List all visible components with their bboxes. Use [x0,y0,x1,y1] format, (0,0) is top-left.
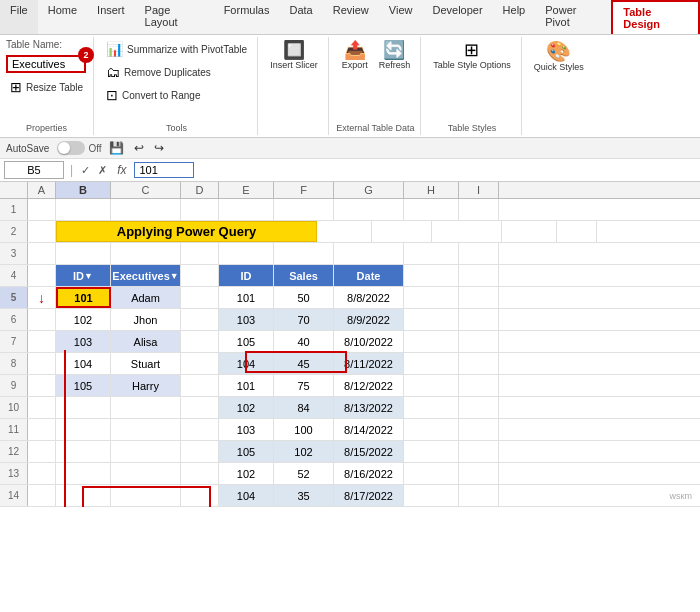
tab-table-design[interactable]: Table Design [611,0,700,34]
undo-btn[interactable]: ↩ [131,140,147,156]
cell-a9[interactable] [28,375,56,396]
convert-range-btn[interactable]: ⊡ Convert to Range [102,85,204,105]
tab-home[interactable]: Home [38,0,87,34]
cell-g1[interactable] [334,199,404,220]
cell-h14[interactable] [404,485,459,506]
cell-b6[interactable]: 102 [56,309,111,330]
cell-d13[interactable] [181,463,219,484]
cell-d12[interactable] [181,441,219,462]
cell-h7[interactable] [404,331,459,352]
col-h[interactable]: H [404,182,459,198]
tab-power-pivot[interactable]: Power Pivot [535,0,611,34]
tab-help[interactable]: Help [493,0,536,34]
tab-developer[interactable]: Developer [422,0,492,34]
col-b[interactable]: B [56,182,111,198]
cell-b3[interactable] [56,243,111,264]
cell-a12[interactable] [28,441,56,462]
tab-review[interactable]: Review [323,0,379,34]
table-name-input[interactable] [6,55,86,73]
cell-a3[interactable] [28,243,56,264]
cell-a10[interactable] [28,397,56,418]
cell-i8[interactable] [459,353,499,374]
header2-sales[interactable]: Sales [274,265,334,286]
cell-g2[interactable] [432,221,502,242]
col-i[interactable]: I [459,182,499,198]
cell-e2[interactable] [317,221,372,242]
cell-a4[interactable] [28,265,56,286]
cell-d7[interactable] [181,331,219,352]
cell-h3[interactable] [404,243,459,264]
cell-d14[interactable] [181,485,219,506]
cell-b13[interactable] [56,463,111,484]
save-btn[interactable]: 💾 [106,140,127,156]
cell-h1[interactable] [404,199,459,220]
cell-a11[interactable] [28,419,56,440]
cell-i4[interactable] [459,265,499,286]
cell-b8[interactable]: 104 [56,353,111,374]
cell-d11[interactable] [181,419,219,440]
quick-styles-btn[interactable]: 🎨 Quick Styles [530,39,588,74]
cell-h9[interactable] [404,375,459,396]
cell-d5[interactable] [181,287,219,308]
col-e[interactable]: E [219,182,274,198]
cell-a8[interactable] [28,353,56,374]
tab-file[interactable]: File [0,0,38,34]
cell-h10[interactable] [404,397,459,418]
cell-i6[interactable] [459,309,499,330]
cell-c12[interactable] [111,441,181,462]
cell-h5[interactable] [404,287,459,308]
cell-e3[interactable] [219,243,274,264]
header-executives[interactable]: Executives ▼ [111,265,181,286]
cell-i3[interactable] [459,243,499,264]
cell-c1[interactable] [111,199,181,220]
cell-d3[interactable] [181,243,219,264]
cell-f2[interactable] [372,221,432,242]
cell-i7[interactable] [459,331,499,352]
cell-f3[interactable] [274,243,334,264]
cell-c14[interactable] [111,485,181,506]
header2-id[interactable]: ID [219,265,274,286]
tab-page-layout[interactable]: Page Layout [135,0,214,34]
resize-table-btn[interactable]: ⊞ Resize Table [6,77,87,97]
cell-i11[interactable] [459,419,499,440]
remove-duplicates-btn[interactable]: 🗂 Remove Duplicates [102,62,215,82]
cell-h6[interactable] [404,309,459,330]
cell-a2[interactable] [28,221,56,242]
cell-i9[interactable] [459,375,499,396]
formula-input[interactable]: 101 [134,162,194,178]
autosave-toggle[interactable]: Off [57,141,101,155]
tab-view[interactable]: View [379,0,423,34]
cell-c13[interactable] [111,463,181,484]
cell-d6[interactable] [181,309,219,330]
cell-b5[interactable]: 101 [56,287,111,308]
col-c[interactable]: C [111,182,181,198]
cell-b11[interactable] [56,419,111,440]
summarize-pivottable-btn[interactable]: 📊 Summarize with PivotTable [102,39,251,59]
table-style-options-btn[interactable]: ⊞ Table Style Options [429,39,515,72]
toggle-track[interactable] [57,141,85,155]
cell-i1[interactable] [459,199,499,220]
col-f[interactable]: F [274,182,334,198]
cell-c11[interactable] [111,419,181,440]
cell-d1[interactable] [181,199,219,220]
cell-c3[interactable] [111,243,181,264]
cell-i12[interactable] [459,441,499,462]
cell-a5[interactable]: ↓ [28,287,56,308]
cell-d9[interactable] [181,375,219,396]
tab-data[interactable]: Data [279,0,322,34]
cell-h11[interactable] [404,419,459,440]
cell-d8[interactable] [181,353,219,374]
cell-h12[interactable] [404,441,459,462]
cell-i5[interactable] [459,287,499,308]
cell-d10[interactable] [181,397,219,418]
cell-d4[interactable] [181,265,219,286]
col-a[interactable]: A [28,182,56,198]
cell-f1[interactable] [274,199,334,220]
cell-g3[interactable] [334,243,404,264]
cell-h13[interactable] [404,463,459,484]
cell-a7[interactable] [28,331,56,352]
cell-i2[interactable] [557,221,597,242]
insert-slicer-btn[interactable]: 🔲 Insert Slicer [266,39,322,72]
cell-a6[interactable] [28,309,56,330]
name-box[interactable] [4,161,64,179]
